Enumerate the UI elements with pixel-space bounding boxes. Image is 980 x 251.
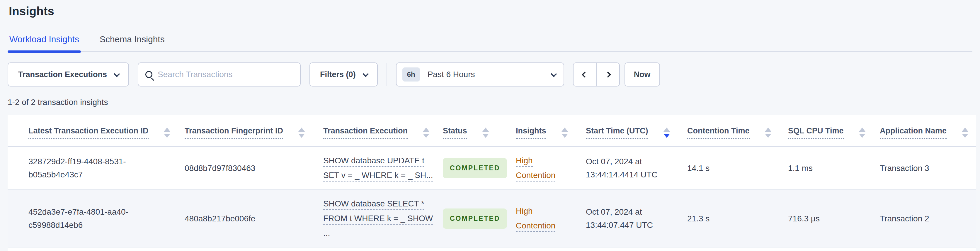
table-header-row: Latest Transaction Execution ID Transact… (8, 115, 976, 146)
insight-link[interactable]: Contention (516, 171, 555, 182)
chevron-down-icon (114, 71, 120, 77)
sort-control[interactable] (423, 128, 430, 138)
query-link[interactable]: FROM t WHERE k = _ SHOW (323, 214, 433, 225)
column-header-insights: Insights (516, 115, 586, 146)
now-button-label: Now (634, 70, 651, 79)
column-header-latest-transaction-execution-id: Latest Transaction Execution ID (8, 115, 185, 146)
query-link[interactable]: SHOW database UPDATE t (323, 156, 424, 167)
sort-up-icon (663, 128, 670, 132)
insight-link[interactable]: High (516, 156, 533, 167)
cell-status: COMPLETED (443, 146, 516, 190)
time-step-buttons (573, 62, 620, 86)
cell-transaction-execution: SHOW database SELECT * FROM t WHERE k = … (323, 190, 443, 247)
cell-contention-time: 21.3 s (687, 190, 788, 247)
toolbar: Transaction Executions Filters (0) 6h Pa… (8, 62, 980, 86)
cell-status: COMPLETED (443, 190, 516, 247)
page-title: Insights (9, 5, 980, 18)
search-input[interactable] (158, 70, 293, 79)
sort-down-icon (164, 134, 170, 138)
cell-application-name: Transaction 3 (880, 146, 976, 190)
query-link[interactable]: SHOW database SELECT * (323, 199, 424, 210)
chevron-left-icon (582, 71, 588, 77)
sort-down-icon (298, 134, 305, 138)
sort-up-icon (298, 128, 305, 132)
query-link[interactable]: SET v = _ WHERE k = _ SH... (323, 171, 433, 182)
sort-up-icon (859, 128, 865, 132)
insight-link[interactable]: Contention (516, 221, 555, 232)
sort-down-icon (859, 134, 865, 138)
time-range-select[interactable]: 6h Past 6 Hours (396, 62, 564, 86)
sort-control[interactable] (298, 128, 305, 138)
cell-insights: High Contention (516, 190, 586, 247)
filters-dropdown-label: Filters (0) (320, 70, 356, 79)
cell-sql-cpu-time: 1.1 ms (788, 146, 880, 190)
sort-control[interactable] (562, 128, 568, 138)
cell-execution-id: 452da3e7-e7fa-4801-aa40- c59988d14eb6 (8, 190, 185, 247)
toolbar-divider (387, 63, 387, 86)
execution-type-dropdown[interactable]: Transaction Executions (8, 62, 129, 86)
sort-down-icon-active (663, 134, 670, 138)
tab-schema-insights[interactable]: Schema Insights (98, 34, 167, 51)
cell-insights: High Contention (516, 146, 586, 190)
cell-sql-cpu-time: 716.3 µs (788, 190, 880, 247)
table-row: 452da3e7-e7fa-4801-aa40- c59988d14eb6 48… (8, 190, 976, 247)
sort-down-icon (765, 134, 772, 138)
sort-control-active[interactable] (663, 128, 670, 138)
cell-transaction-execution: SHOW database UPDATE t SET v = _ WHERE k… (323, 146, 443, 190)
search-icon (145, 71, 153, 78)
results-count: 1-2 of 2 transaction insights (8, 98, 980, 107)
column-header-start-time: Start Time (UTC) (586, 115, 687, 146)
tab-workload-insights[interactable]: Workload Insights (8, 34, 81, 51)
sort-control[interactable] (859, 128, 865, 138)
column-header-contention-time: Contention Time (687, 115, 788, 146)
cell-application-name: Transaction 2 (880, 190, 976, 247)
sort-control[interactable] (765, 128, 772, 138)
insights-table-card: Latest Transaction Execution ID Transact… (8, 115, 976, 251)
cell-execution-id: 328729d2-ff19-4408-8531- b05a5b4e43c7 (8, 146, 185, 190)
column-header-sql-cpu-time: SQL CPU Time (788, 115, 880, 146)
chevron-down-icon (550, 71, 557, 77)
sort-down-icon (962, 134, 968, 138)
sort-down-icon (482, 134, 489, 138)
sort-up-icon (423, 128, 430, 132)
cell-fingerprint-id: 480a8b217be006fe (185, 190, 323, 247)
sort-up-icon (765, 128, 772, 132)
time-step-forward-button[interactable] (597, 63, 619, 86)
sort-control[interactable] (962, 128, 968, 138)
search-box (138, 62, 301, 86)
time-range-label: Past 6 Hours (428, 70, 543, 79)
execution-type-dropdown-label: Transaction Executions (18, 70, 107, 79)
sort-down-icon (562, 134, 568, 138)
cell-fingerprint-id: 08d8b7d97f830463 (185, 146, 323, 190)
filters-dropdown[interactable]: Filters (0) (309, 62, 378, 86)
time-step-back-button[interactable] (574, 63, 597, 86)
chevron-right-icon (605, 71, 611, 77)
column-header-transaction-execution: Transaction Execution (323, 115, 443, 146)
sort-down-icon (423, 134, 430, 138)
query-link[interactable]: ... (323, 229, 330, 239)
sort-control[interactable] (164, 128, 170, 138)
cell-start-time: Oct 07, 2024 at 13:44:07.447 UTC (586, 190, 687, 247)
cell-contention-time: 14.1 s (687, 146, 788, 190)
table-row: 328729d2-ff19-4408-8531- b05a5b4e43c7 08… (8, 146, 976, 190)
sort-up-icon (562, 128, 568, 132)
sort-up-icon (482, 128, 489, 132)
now-button[interactable]: Now (625, 62, 660, 86)
status-badge: COMPLETED (443, 158, 507, 178)
column-header-transaction-fingerprint-id: Transaction Fingerprint ID (185, 115, 323, 146)
sort-control[interactable] (482, 128, 489, 138)
sort-up-icon (962, 128, 968, 132)
column-header-application-name: Application Name (880, 115, 976, 146)
sort-up-icon (164, 128, 170, 132)
time-range-badge: 6h (402, 67, 420, 82)
status-badge: COMPLETED (443, 208, 507, 229)
tab-bar: Workload Insights Schema Insights (8, 34, 972, 52)
insight-link[interactable]: High (516, 206, 533, 217)
column-header-status: Status (443, 115, 516, 146)
transaction-insights-table: Latest Transaction Execution ID Transact… (8, 115, 976, 248)
cell-start-time: Oct 07, 2024 at 13:44:14.4414 UTC (586, 146, 687, 190)
chevron-down-icon (363, 71, 369, 77)
